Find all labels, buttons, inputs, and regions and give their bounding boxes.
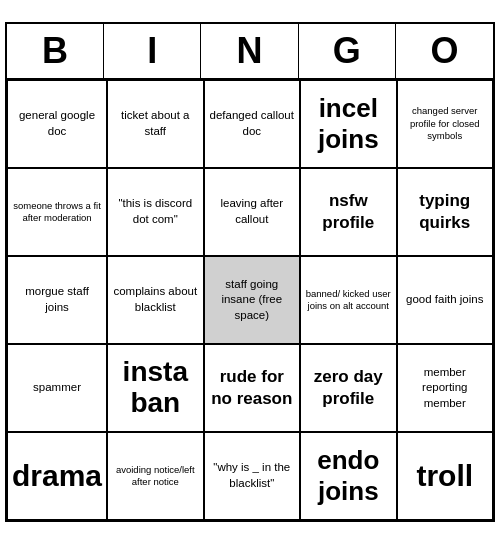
bingo-cell-9[interactable]: typing quirks xyxy=(397,168,494,256)
cell-text-23: endo joins xyxy=(305,445,391,507)
bingo-cell-7[interactable]: leaving after callout xyxy=(204,168,300,256)
cell-text-12: staff going insane (free space) xyxy=(209,277,295,324)
bingo-letter-n: N xyxy=(201,24,298,78)
cell-text-0: general google doc xyxy=(12,108,102,139)
cell-text-10: morgue staff joins xyxy=(12,284,102,315)
bingo-letter-o: O xyxy=(396,24,493,78)
bingo-header: BINGO xyxy=(7,24,493,80)
bingo-cell-16[interactable]: insta ban xyxy=(107,344,203,432)
bingo-cell-18[interactable]: zero day profile xyxy=(300,344,396,432)
bingo-cell-0[interactable]: general google doc xyxy=(7,80,107,168)
bingo-cell-11[interactable]: complains about blacklist xyxy=(107,256,203,344)
bingo-cell-21[interactable]: avoiding notice/left after notice xyxy=(107,432,203,520)
bingo-cell-4[interactable]: changed server profile for closed symbol… xyxy=(397,80,494,168)
bingo-cell-1[interactable]: ticket about a staff xyxy=(107,80,203,168)
bingo-cell-19[interactable]: member reporting member xyxy=(397,344,494,432)
bingo-cell-24[interactable]: troll xyxy=(397,432,494,520)
bingo-letter-b: B xyxy=(7,24,104,78)
bingo-cell-5[interactable]: someone throws a fit after moderation xyxy=(7,168,107,256)
bingo-cell-3[interactable]: incel joins xyxy=(300,80,396,168)
cell-text-9: typing quirks xyxy=(402,190,489,234)
cell-text-21: avoiding notice/left after notice xyxy=(112,464,198,489)
cell-text-22: "why is _ in the blacklist" xyxy=(209,460,295,491)
bingo-letter-g: G xyxy=(299,24,396,78)
bingo-cell-22[interactable]: "why is _ in the blacklist" xyxy=(204,432,300,520)
bingo-letter-i: I xyxy=(104,24,201,78)
bingo-grid: general google docticket about a staffde… xyxy=(7,80,493,520)
bingo-cell-12[interactable]: staff going insane (free space) xyxy=(204,256,300,344)
bingo-cell-17[interactable]: rude for no reason xyxy=(204,344,300,432)
cell-text-3: incel joins xyxy=(305,93,391,155)
cell-text-7: leaving after callout xyxy=(209,196,295,227)
cell-text-24: troll xyxy=(416,459,473,493)
cell-text-6: "this is discord dot com" xyxy=(112,196,198,227)
bingo-cell-14[interactable]: good faith joins xyxy=(397,256,494,344)
bingo-cell-23[interactable]: endo joins xyxy=(300,432,396,520)
cell-text-19: member reporting member xyxy=(402,365,489,412)
cell-text-2: defanged callout doc xyxy=(209,108,295,139)
bingo-cell-8[interactable]: nsfw profile xyxy=(300,168,396,256)
cell-text-11: complains about blacklist xyxy=(112,284,198,315)
cell-text-8: nsfw profile xyxy=(305,190,391,234)
cell-text-14: good faith joins xyxy=(406,292,483,308)
bingo-cell-6[interactable]: "this is discord dot com" xyxy=(107,168,203,256)
cell-text-16: insta ban xyxy=(112,357,198,419)
cell-text-18: zero day profile xyxy=(305,366,391,410)
bingo-cell-15[interactable]: spammer xyxy=(7,344,107,432)
bingo-card: BINGO general google docticket about a s… xyxy=(5,22,495,522)
cell-text-4: changed server profile for closed symbol… xyxy=(402,105,489,142)
bingo-cell-10[interactable]: morgue staff joins xyxy=(7,256,107,344)
bingo-cell-13[interactable]: banned/ kicked user joins on alt account xyxy=(300,256,396,344)
cell-text-5: someone throws a fit after moderation xyxy=(12,200,102,225)
cell-text-1: ticket about a staff xyxy=(112,108,198,139)
cell-text-13: banned/ kicked user joins on alt account xyxy=(305,288,391,313)
cell-text-15: spammer xyxy=(33,380,81,396)
cell-text-20: drama xyxy=(12,459,102,493)
bingo-cell-20[interactable]: drama xyxy=(7,432,107,520)
bingo-cell-2[interactable]: defanged callout doc xyxy=(204,80,300,168)
cell-text-17: rude for no reason xyxy=(209,366,295,410)
